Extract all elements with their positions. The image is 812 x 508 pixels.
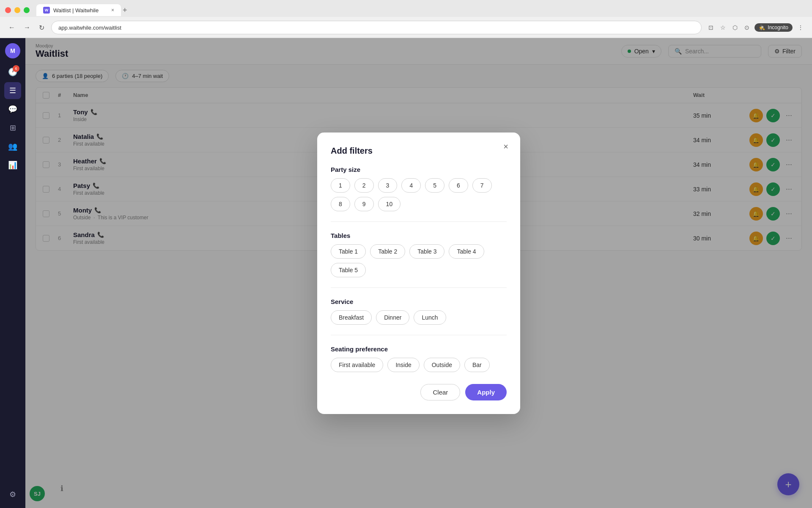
tab-bar: W Waitlist | Waitwhile × + — [0, 0, 812, 17]
bookmark-icon[interactable]: ☆ — [719, 22, 727, 33]
party-size-section: Party size 1 2 3 4 5 6 7 8 9 10 — [331, 166, 507, 211]
service-breakfast[interactable]: Breakfast — [331, 310, 372, 325]
divider-1 — [331, 221, 507, 222]
profile-icon[interactable]: ⊙ — [743, 22, 751, 33]
party-size-10[interactable]: 10 — [378, 197, 401, 211]
new-tab-button[interactable]: + — [123, 6, 127, 15]
sidebar-item-clock[interactable]: 🕐 6 — [4, 64, 21, 80]
party-size-label: Party size — [331, 166, 507, 173]
modal-close-button[interactable]: × — [500, 141, 512, 153]
browser-icons: ⊡ ☆ ⬡ ⊙ 🕵 Incognito ⋮ — [707, 22, 805, 33]
sidebar-narrow: M 🕐 6 ☰ 💬 ⊞ 👥 📊 ⚙ — [0, 38, 25, 508]
menu-button[interactable]: ⋮ — [796, 22, 805, 33]
browser-tab[interactable]: W Waitlist | Waitwhile × — [36, 4, 121, 16]
address-bar: ← → ↻ ⊡ ☆ ⬡ ⊙ 🕵 Incognito ⋮ — [0, 17, 812, 38]
party-size-pills: 1 2 3 4 5 6 7 8 9 10 — [331, 178, 507, 211]
incognito-badge: 🕵 Incognito — [754, 23, 793, 32]
apply-button[interactable]: Apply — [465, 384, 507, 400]
service-dinner[interactable]: Dinner — [376, 310, 409, 325]
reload-button[interactable]: ↻ — [37, 22, 46, 33]
sidebar-item-chat[interactable]: 💬 — [4, 101, 21, 118]
incognito-icon: 🕵 — [759, 25, 765, 30]
modal-footer: Clear Apply — [331, 382, 507, 400]
tables-section: Tables Table 1 Table 2 Table 3 Table 4 T… — [331, 232, 507, 277]
clear-button[interactable]: Clear — [420, 384, 460, 400]
tables-label: Tables — [331, 232, 507, 239]
tab-label: Waitlist | Waitwhile — [53, 7, 99, 14]
seating-inside[interactable]: Inside — [387, 358, 419, 372]
divider-3 — [331, 335, 507, 335]
party-size-1[interactable]: 1 — [331, 178, 350, 193]
modal-title: Add filters — [331, 146, 507, 156]
address-input[interactable] — [51, 21, 702, 34]
service-pills: Breakfast Dinner Lunch — [331, 310, 507, 325]
tab-favicon: W — [43, 7, 50, 14]
sidebar-item-settings[interactable]: ⚙ — [4, 486, 21, 503]
seating-label: Seating preference — [331, 345, 507, 353]
seating-outside[interactable]: Outside — [424, 358, 460, 372]
tab-close-button[interactable]: × — [111, 7, 114, 13]
sidebar-item-list[interactable]: ☰ — [4, 82, 21, 99]
add-filters-modal: Add filters × Party size 1 2 3 4 5 6 7 8… — [317, 133, 520, 414]
sidebar-item-users[interactable]: 👥 — [4, 138, 21, 155]
service-label: Service — [331, 298, 507, 305]
party-size-6[interactable]: 6 — [449, 178, 468, 193]
seating-section: Seating preference First available Insid… — [331, 345, 507, 372]
table-5-pill[interactable]: Table 5 — [331, 263, 366, 277]
close-window-button[interactable] — [5, 7, 11, 13]
table-4-pill[interactable]: Table 4 — [449, 244, 484, 259]
seating-bar[interactable]: Bar — [464, 358, 490, 372]
sidebar-bottom: ⚙ — [4, 486, 21, 503]
table-1-pill[interactable]: Table 1 — [331, 244, 366, 259]
sidebar-org-avatar: M — [5, 43, 20, 58]
party-size-8[interactable]: 8 — [331, 197, 350, 211]
extensions-icon[interactable]: ⬡ — [731, 22, 739, 33]
sidebar-badge: 6 — [13, 65, 19, 72]
party-size-7[interactable]: 7 — [472, 178, 492, 193]
maximize-window-button[interactable] — [24, 7, 30, 13]
service-lunch[interactable]: Lunch — [414, 310, 446, 325]
minimize-window-button[interactable] — [14, 7, 20, 13]
incognito-label: Incognito — [768, 25, 788, 30]
seating-first-available[interactable]: First available — [331, 358, 383, 372]
service-section: Service Breakfast Dinner Lunch — [331, 298, 507, 325]
sidebar-item-chart[interactable]: 📊 — [4, 157, 21, 174]
browser-chrome: W Waitlist | Waitwhile × + ← → ↻ ⊡ ☆ ⬡ ⊙… — [0, 0, 812, 38]
divider-2 — [331, 287, 507, 288]
screen-cast-icon[interactable]: ⊡ — [707, 22, 715, 33]
app-layout: M 🕐 6 ☰ 💬 ⊞ 👥 📊 ⚙ Moodjoy Waitlist Open … — [0, 38, 812, 508]
tables-pills: Table 1 Table 2 Table 3 Table 4 Table 5 — [331, 244, 507, 277]
back-button[interactable]: ← — [7, 22, 17, 33]
party-size-4[interactable]: 4 — [401, 178, 421, 193]
sidebar-item-grid[interactable]: ⊞ — [4, 119, 21, 136]
party-size-9[interactable]: 9 — [354, 197, 374, 211]
seating-pills: First available Inside Outside Bar — [331, 358, 507, 372]
modal-overlay: Add filters × Party size 1 2 3 4 5 6 7 8… — [25, 38, 812, 508]
party-size-5[interactable]: 5 — [425, 178, 444, 193]
main-content: Moodjoy Waitlist Open ▾ 🔍 Search... ⚙ Fi… — [25, 38, 812, 508]
window-controls[interactable] — [5, 7, 30, 13]
party-size-2[interactable]: 2 — [354, 178, 374, 193]
party-size-3[interactable]: 3 — [378, 178, 398, 193]
forward-button[interactable]: → — [22, 22, 32, 33]
table-2-pill[interactable]: Table 2 — [370, 244, 405, 259]
table-3-pill[interactable]: Table 3 — [409, 244, 444, 259]
